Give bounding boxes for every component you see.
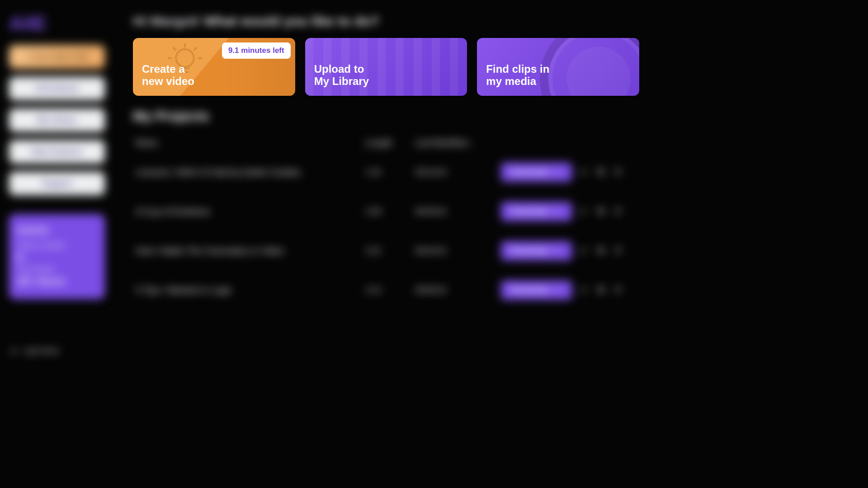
card-upload-title-l1: Upload to <box>314 63 364 75</box>
greeting-prefix: Hi Margot! <box>133 14 200 28</box>
projects-header-row: Name Length Last Modified ↓ <box>133 134 639 152</box>
copy-icon[interactable] <box>596 167 606 177</box>
project-modified: 09/14/24 <box>415 168 501 177</box>
card-create-title-l1: Create a <box>142 63 185 75</box>
sun-icon <box>9 346 19 356</box>
download-button[interactable]: Download <box>501 241 572 260</box>
trash-icon[interactable] <box>613 246 623 256</box>
nav-new-features[interactable]: New Features <box>9 140 105 164</box>
col-name[interactable]: Name <box>136 138 365 148</box>
project-name[interactable]: How I Made The Cinematics in Video <box>136 246 365 256</box>
stats-value-1: 8 <box>17 252 97 263</box>
copy-icon[interactable] <box>596 285 606 295</box>
projects-section: My Projects Name Length Last Modified ↓ … <box>133 108 639 310</box>
card-find-title-l1: Find clips in <box>486 63 549 75</box>
svg-point-0 <box>12 349 15 352</box>
trash-icon[interactable] <box>613 206 623 216</box>
download-label: Download <box>511 246 547 255</box>
trash-icon[interactable] <box>613 167 623 177</box>
svg-rect-9 <box>598 286 603 291</box>
project-length: 4:10 <box>365 286 415 295</box>
table-row: A Cup of Kindness2:0808/30/24Download <box>133 192 639 231</box>
pencil-icon[interactable] <box>579 285 589 295</box>
projects-heading: My Projects <box>133 108 639 124</box>
download-button[interactable]: Download <box>501 163 572 182</box>
copy-icon[interactable] <box>596 246 606 256</box>
card-upload-title: Upload to My Library <box>314 63 458 88</box>
card-upload-title-l2: My Library <box>314 75 369 87</box>
nav-ai-products[interactable]: AI Products <box>9 77 105 100</box>
table-row: How I Made The Cinematics in Video3:2208… <box>133 231 639 270</box>
col-modified[interactable]: Last Modified ↓ <box>415 138 501 148</box>
svg-rect-3 <box>598 169 603 173</box>
project-modified: 08/24/24 <box>415 246 501 256</box>
svg-rect-2 <box>599 170 604 175</box>
greeting: Hi Margot! What would you like to do? <box>133 14 639 29</box>
project-name[interactable]: Lessons I Wish I'd Had by Earlier Grades <box>136 167 365 178</box>
svg-rect-8 <box>599 288 604 293</box>
project-name[interactable]: A Cup of Kindness <box>136 206 365 217</box>
col-length[interactable]: Length <box>365 138 415 148</box>
nav-free-video-edit[interactable]: + Free Video Edit <box>9 45 105 69</box>
greeting-question: What would you like to do? <box>204 14 379 28</box>
table-row: Lessons I Wish I'd Had by Earlier Grades… <box>133 152 639 192</box>
download-button[interactable]: Download <box>501 202 572 221</box>
pencil-icon[interactable] <box>579 167 589 177</box>
stats-line-2: Time Saved: <box>17 265 97 273</box>
table-row: 5 Tips I Wanted in Logic4:1008/06/24Down… <box>133 270 639 310</box>
pencil-icon[interactable] <box>579 246 589 256</box>
download-button[interactable]: Download <box>501 281 572 300</box>
trash-icon[interactable] <box>613 285 623 295</box>
download-label: Download <box>511 207 547 216</box>
project-length: 2:08 <box>365 207 415 216</box>
project-length: 1:45 <box>365 168 415 177</box>
svg-rect-6 <box>599 249 604 253</box>
stats-value-2: 25+ Hours <box>17 276 97 287</box>
nav-support[interactable]: Support <box>9 172 105 195</box>
svg-rect-4 <box>599 210 604 214</box>
col-actions <box>501 138 637 148</box>
card-find-clips[interactable]: Find clips in my media <box>477 38 639 96</box>
projects-rows: Lessons I Wish I'd Had by Earlier Grades… <box>133 152 639 310</box>
project-name[interactable]: 5 Tips I Wanted in Logic <box>136 285 365 296</box>
download-icon <box>552 167 562 177</box>
stats-line-1: Videos Created: <box>17 241 97 249</box>
download-icon <box>552 285 562 295</box>
theme-toggle[interactable]: Light Mode <box>9 346 105 356</box>
project-length: 3:22 <box>365 246 415 256</box>
minutes-left-badge: 9.1 minutes left <box>222 42 291 59</box>
app-logo: AXE <box>9 13 105 34</box>
card-create-video[interactable]: 9.1 minutes left Create a new video <box>133 38 295 96</box>
sidebar: AXE + Free Video Edit AI Products My Lib… <box>0 0 114 369</box>
svg-rect-7 <box>598 247 603 252</box>
project-modified: 08/30/24 <box>415 207 501 216</box>
stats-card: STATS Videos Created: 8 Time Saved: 25+ … <box>9 214 105 299</box>
copy-icon[interactable] <box>596 206 606 216</box>
card-upload-library[interactable]: Upload to My Library <box>305 38 467 96</box>
theme-label: Light Mode <box>24 347 59 355</box>
card-create-title-l2: new video <box>142 75 194 87</box>
main-content: Hi Margot! What would you like to do? 9.… <box>114 0 658 369</box>
card-find-title: Find clips in my media <box>486 63 630 88</box>
stats-title: STATS <box>17 225 97 237</box>
pencil-icon[interactable] <box>579 206 589 216</box>
project-modified: 08/06/24 <box>415 286 501 295</box>
card-create-title: Create a new video <box>142 63 286 88</box>
download-icon <box>552 246 562 256</box>
download-label: Download <box>511 168 547 177</box>
nav-my-library[interactable]: My Library <box>9 108 105 132</box>
svg-rect-5 <box>598 208 603 212</box>
card-find-title-l2: my media <box>486 75 536 87</box>
download-icon <box>552 206 562 216</box>
download-label: Download <box>511 286 547 295</box>
action-cards-row: 9.1 minutes left Create a new video Uplo… <box>133 38 639 96</box>
